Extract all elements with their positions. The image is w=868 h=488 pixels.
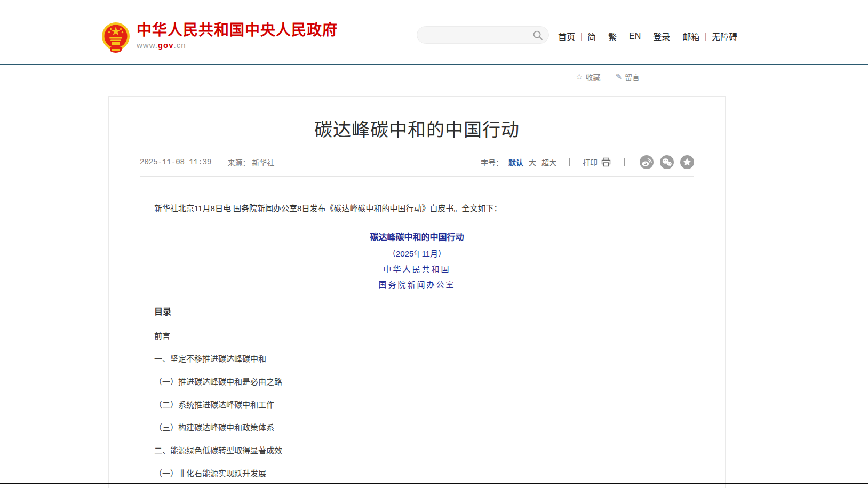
article-body: 新华社北京11月8日电 国务院新闻办公室8日发布《碳达峰碳中和的中国行动》白皮书…	[109, 202, 725, 488]
tools-separator	[569, 158, 570, 166]
source: 来源： 新华社	[227, 157, 274, 167]
article-title: 碳达峰碳中和的中国行动	[109, 118, 725, 141]
national-emblem-icon	[101, 21, 130, 55]
doc-title: 碳达峰碳中和的中国行动	[154, 230, 680, 243]
font-size-default[interactable]: 默认	[508, 157, 523, 167]
toc-heading: 目录	[154, 305, 680, 317]
toc-item: （三）构建碳达峰碳中和政策体系	[154, 423, 680, 432]
weibo-share-icon[interactable]	[640, 155, 654, 169]
doc-date-line: （2025年11月）	[154, 250, 680, 258]
article-meta-left: 2025-11-08 11:39 来源： 新华社	[140, 157, 274, 167]
wechat-share-icon[interactable]	[660, 155, 674, 169]
printer-icon	[601, 157, 611, 167]
article-meta-tools: 字号： 默认 大 超大 打印	[481, 155, 694, 169]
search-input[interactable]	[426, 31, 532, 39]
toc-item: 二、能源绿色低碳转型取得显著成效	[154, 446, 680, 455]
source-label: 来源：	[227, 158, 250, 167]
qzone-share-icon[interactable]	[680, 155, 694, 169]
search-box[interactable]	[417, 26, 549, 44]
nav-separator	[647, 33, 647, 41]
nav-separator	[676, 33, 676, 41]
share-icons	[640, 155, 694, 169]
toc-item: 一、坚定不移推进碳达峰碳中和	[154, 355, 680, 363]
nav-separator	[705, 33, 706, 41]
comment-button[interactable]: ✎ 留言	[615, 71, 640, 82]
nav-traditional[interactable]: 繁	[608, 30, 617, 43]
font-size-xlarge[interactable]: 超大	[541, 157, 556, 167]
nav-english[interactable]: EN	[629, 31, 641, 41]
favorite-label: 收藏	[585, 71, 600, 82]
star-icon: ☆	[576, 72, 583, 82]
article-card: 碳达峰碳中和的中国行动 2025-11-08 11:39 来源： 新华社 字号：…	[108, 96, 726, 488]
lead-paragraph: 新华社北京11月8日电 国务院新闻办公室8日发布《碳达峰碳中和的中国行动》白皮书…	[154, 202, 680, 215]
site-header: 中华人民共和国中央人民政府 www.gov.cn 首页 简 繁 EN 登录 邮箱…	[0, 0, 868, 64]
article-meta-row: 2025-11-08 11:39 来源： 新华社 字号： 默认 大 超大 打印	[140, 155, 694, 177]
comment-label: 留言	[625, 71, 640, 82]
nav-login[interactable]: 登录	[653, 30, 670, 43]
publish-date: 2025-11-08 11:39	[140, 158, 211, 166]
nav-mail[interactable]: 邮箱	[682, 30, 699, 43]
toc-item: （一）非化石能源实现跃升发展	[154, 469, 680, 478]
toc-item: （二）系统推进碳达峰碳中和工作	[154, 401, 680, 409]
doc-issuer-line2: 国务院新闻办公室	[154, 281, 680, 289]
viewport-bottom-edge	[0, 483, 868, 484]
print-label: 打印	[583, 157, 598, 167]
toc-item: 前言	[154, 332, 680, 340]
site-title: 中华人民共和国中央人民政府	[137, 21, 338, 39]
nav-accessibility[interactable]: 无障碍	[712, 30, 737, 43]
doc-issuer-line1: 中华人民共和国	[154, 265, 680, 274]
pen-icon: ✎	[615, 72, 622, 82]
font-size-label: 字号：	[481, 157, 503, 167]
source-value: 新华社	[252, 158, 274, 167]
site-url-gov: gov	[158, 41, 174, 50]
nav-separator	[581, 33, 582, 41]
nav-home[interactable]: 首页	[558, 30, 575, 43]
site-url-cn: .cn	[174, 41, 186, 50]
favorite-button[interactable]: ☆ 收藏	[576, 71, 600, 82]
tools-separator	[624, 158, 625, 166]
site-url: www.gov.cn	[137, 41, 338, 50]
nav-simplified[interactable]: 简	[587, 30, 596, 43]
top-nav: 首页 简 繁 EN 登录 邮箱 无障碍	[558, 30, 737, 43]
search-icon[interactable]	[532, 30, 543, 41]
nav-separator	[623, 33, 623, 41]
site-url-www: www.	[137, 41, 158, 50]
toc-item: （一）推进碳达峰碳中和是必由之路	[154, 378, 680, 386]
font-size-large[interactable]: 大	[529, 157, 536, 167]
site-logo[interactable]: 中华人民共和国中央人民政府 www.gov.cn	[101, 21, 338, 55]
page-toolbar: ☆ 收藏 ✎ 留言	[0, 71, 868, 82]
header-divider	[0, 64, 868, 65]
print-button[interactable]: 打印	[583, 157, 611, 167]
nav-separator	[602, 33, 602, 41]
